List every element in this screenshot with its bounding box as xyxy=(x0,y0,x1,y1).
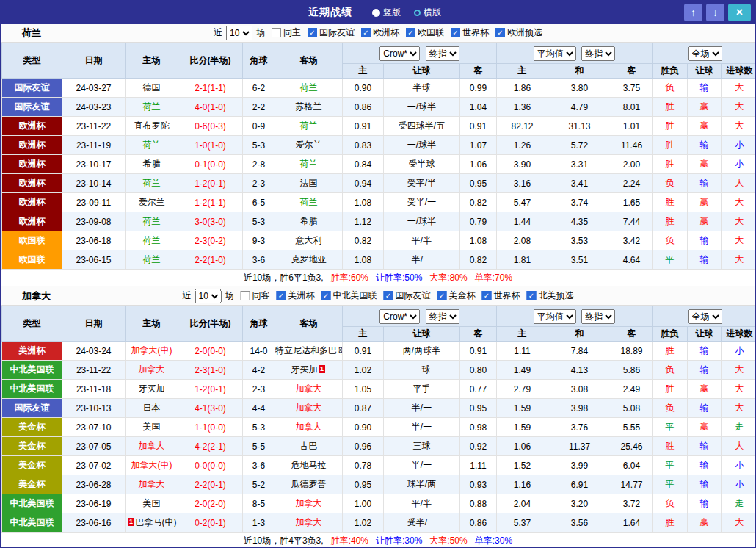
checkbox-checked-icon[interactable]: ✓ xyxy=(482,291,492,300)
filter-checkbox-label: 美洲杯 xyxy=(288,289,315,302)
filter-checkbox[interactable]: ✓欧国联 xyxy=(406,26,444,39)
subcol-handicap: 让球 xyxy=(384,327,460,342)
odds-home-cell: 1.02 xyxy=(343,513,384,533)
scroll-down-button[interactable]: ↓ xyxy=(706,4,724,21)
odds-home-cell: 0.84 xyxy=(343,155,384,174)
odds-home-cell: 1.12 xyxy=(343,212,384,231)
match-row: 欧洲杯23-11-22直布罗陀0-6(0-3)0-9荷兰0.91受四球半/五0.… xyxy=(2,117,756,136)
handicap-line-cell: 半/一 xyxy=(384,399,460,418)
handicap-line-cell: 半球 xyxy=(384,79,460,98)
filter-checkbox[interactable]: ✓中北美国联 xyxy=(321,289,377,302)
avg-draw-cell: 3.76 xyxy=(548,418,611,437)
checkbox-unchecked-icon[interactable] xyxy=(272,28,281,37)
avg-away-cell: 3.42 xyxy=(611,231,653,250)
match-date-cell: 23-06-18 xyxy=(62,231,126,250)
filter-checkbox[interactable]: ✓欧洲预选 xyxy=(495,26,542,39)
match-type-badge: 欧洲杯 xyxy=(2,117,62,136)
filter-checkbox[interactable]: ✓美洲杯 xyxy=(277,289,315,302)
odds-final-select[interactable]: 终指 xyxy=(426,309,459,324)
match-count-select[interactable]: 10 xyxy=(226,26,252,40)
subcol-goals: 进球数 xyxy=(722,64,756,79)
subcol-avg-away: 客 xyxy=(611,64,653,79)
home-team-cell: 美国 xyxy=(126,494,178,513)
team-section: 加拿大 近 10 场 同客✓美洲杯✓中北美国联✓国际友谊✓美金杯✓世界杯✓北美预… xyxy=(1,286,755,548)
odds-final-select[interactable]: 终指 xyxy=(426,46,459,61)
match-row: 美洲杯24-03-24加拿大(中)2-0(0-0)14-0特立尼达和多巴哥0.9… xyxy=(2,342,756,361)
close-button[interactable]: × xyxy=(728,4,751,21)
handicap-result-cell: 输 xyxy=(688,437,722,456)
odds-company-select[interactable]: Crow* xyxy=(379,46,420,61)
filter-checkbox[interactable]: ✓世界杯 xyxy=(451,26,489,39)
summary-stat: 大率:80% xyxy=(429,273,467,283)
corner-score-cell: 4-2 xyxy=(243,361,275,380)
match-type-badge: 国际友谊 xyxy=(2,79,62,98)
checkbox-checked-icon[interactable]: ✓ xyxy=(527,291,537,300)
scroll-up-button[interactable]: ↑ xyxy=(684,4,702,21)
home-team-cell: 德国 xyxy=(126,79,178,98)
score-cell: 1-1(0-0) xyxy=(178,418,243,437)
checkbox-checked-icon[interactable]: ✓ xyxy=(308,28,317,37)
filter-checkbox[interactable]: ✓国际友谊 xyxy=(384,289,431,302)
checkbox-checked-icon[interactable]: ✓ xyxy=(384,291,393,300)
match-date-cell: 23-10-14 xyxy=(62,174,126,193)
checkbox-checked-icon[interactable]: ✓ xyxy=(437,291,447,300)
home-team-cell: 加拿大 xyxy=(126,475,178,494)
average-final-select[interactable]: 终指 xyxy=(581,309,615,324)
checkbox-checked-icon[interactable]: ✓ xyxy=(321,291,331,300)
scope-select[interactable]: 全场 xyxy=(688,46,722,61)
avg-home-cell: 1.26 xyxy=(497,136,548,155)
checkbox-checked-icon[interactable]: ✓ xyxy=(406,28,415,37)
focal-team-name: 加拿大 xyxy=(139,479,165,489)
checkbox-unchecked-icon[interactable] xyxy=(241,291,250,300)
checkbox-checked-icon[interactable]: ✓ xyxy=(495,28,505,37)
filter-checkbox[interactable]: ✓美金杯 xyxy=(437,289,476,302)
corner-score-cell: 2-3 xyxy=(243,380,275,399)
corner-score-cell: 6-2 xyxy=(243,79,275,98)
score-cell: 1-2(0-1) xyxy=(178,174,243,193)
score-cell: 0-1(0-0) xyxy=(178,155,243,174)
avg-away-cell: 1.65 xyxy=(611,193,653,212)
odds-away-cell: 0.77 xyxy=(460,380,497,399)
handicap-result-cell: 输 xyxy=(688,399,722,418)
filter-checkbox[interactable]: ✓欧洲杯 xyxy=(361,26,399,39)
avg-away-cell: 5.86 xyxy=(611,361,653,380)
odds-away-cell: 0.91 xyxy=(460,342,497,361)
handicap-line-cell: 受半/一 xyxy=(384,193,460,212)
filter-checkbox[interactable]: 同主 xyxy=(272,26,301,39)
subcol-odds-home: 主 xyxy=(343,327,384,342)
checkbox-checked-icon[interactable]: ✓ xyxy=(277,291,286,300)
away-team-cell: 加拿大 xyxy=(275,380,343,399)
window-title: 近期战绩 xyxy=(308,6,352,19)
focal-team-name: 加拿大(中) xyxy=(131,460,172,470)
checkbox-checked-icon[interactable]: ✓ xyxy=(451,28,460,37)
match-type-badge: 国际友谊 xyxy=(2,399,62,418)
col-header-type: 类型 xyxy=(2,306,62,342)
goals-result-cell: 小 xyxy=(722,475,756,494)
checkbox-checked-icon[interactable]: ✓ xyxy=(361,28,371,37)
summary-stat: 大率:50% xyxy=(429,536,467,546)
scope-select[interactable]: 全场 xyxy=(688,309,722,324)
home-team-cell: 荷兰 xyxy=(126,231,178,250)
match-date-cell: 23-09-11 xyxy=(62,193,126,212)
home-team-cell: 1巴拿马(中) xyxy=(126,513,178,533)
odds-away-cell: 0.93 xyxy=(460,475,497,494)
filter-checkbox[interactable]: ✓北美预选 xyxy=(527,289,574,302)
filter-checkbox[interactable]: ✓世界杯 xyxy=(482,289,520,302)
score-cell: 4-0(1-0) xyxy=(178,98,243,117)
filter-checkbox[interactable]: ✓国际友谊 xyxy=(308,26,355,39)
avg-draw-cell: 3.08 xyxy=(548,380,611,399)
average-final-select[interactable]: 终指 xyxy=(581,46,615,61)
match-count-select[interactable]: 10 xyxy=(195,289,222,303)
filter-checkbox[interactable]: 同客 xyxy=(241,289,270,302)
match-date-cell: 24-03-24 xyxy=(62,342,126,361)
away-team-cell: 苏格兰 xyxy=(275,98,343,117)
goals-result-cell: 大 xyxy=(722,98,756,117)
average-select[interactable]: 平均值 xyxy=(534,309,576,324)
odds-company-select[interactable]: Crow* xyxy=(379,309,420,324)
match-row: 美金杯23-07-02加拿大(中)0-0(0-0)3-6危地马拉0.78半/一1… xyxy=(2,456,756,475)
layout-radio-horizontal[interactable]: 横版 xyxy=(414,7,441,19)
focal-team-name: 加拿大 xyxy=(296,422,322,432)
layout-radio-vertical[interactable]: 竖版 xyxy=(372,7,401,19)
average-select[interactable]: 平均值 xyxy=(534,46,576,61)
home-team-cell: 荷兰 xyxy=(126,98,178,117)
